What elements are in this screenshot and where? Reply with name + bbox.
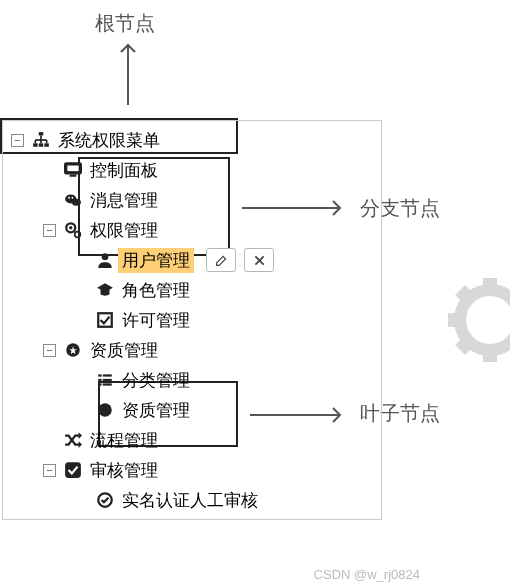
svg-rect-32 <box>98 379 101 381</box>
collapse-icon[interactable]: − <box>43 464 56 477</box>
tree-node-audit[interactable]: − 审核管理 <box>3 455 381 485</box>
svg-point-21 <box>69 226 72 229</box>
svg-rect-39 <box>65 462 81 478</box>
list-icon <box>94 371 116 389</box>
node-label: 角色管理 <box>118 278 194 303</box>
sitemap-icon <box>30 131 52 149</box>
annotation-root: 根节点 <box>95 10 155 37</box>
tree-node-control-panel[interactable]: 控制面板 <box>3 155 381 185</box>
node-label: 流程管理 <box>86 428 162 453</box>
tree-node-message[interactable]: 消息管理 <box>3 185 381 215</box>
svg-line-46 <box>460 290 469 299</box>
node-label: 控制面板 <box>86 158 162 183</box>
tree-view: − 系统权限菜单 控制面板 消息管理 − 权限管理 用户 <box>2 120 382 520</box>
check-filled-icon <box>62 461 84 479</box>
tree-node-permission[interactable]: − 权限管理 <box>3 215 381 245</box>
node-label: 资质管理 <box>86 338 162 363</box>
svg-rect-3 <box>39 132 44 135</box>
svg-rect-14 <box>67 166 78 172</box>
collapse-icon[interactable]: − <box>43 344 56 357</box>
svg-rect-34 <box>98 383 101 385</box>
watermark-gear-icon <box>400 260 510 460</box>
svg-rect-15 <box>70 175 77 177</box>
node-label: 消息管理 <box>86 188 162 213</box>
tree-node-qualification-item[interactable]: 资质管理 <box>3 395 381 425</box>
svg-point-23 <box>102 253 109 260</box>
tree-node-license[interactable]: 许可管理 <box>3 305 381 335</box>
gears-icon <box>62 221 84 239</box>
check-square-icon <box>94 311 116 329</box>
tree-node-user[interactable]: 用户管理 <box>3 245 381 275</box>
wechat-icon <box>62 191 84 209</box>
svg-rect-6 <box>44 143 49 146</box>
svg-point-19 <box>72 197 74 199</box>
node-label: 许可管理 <box>118 308 194 333</box>
svg-point-17 <box>72 199 81 206</box>
graduation-cap-icon <box>94 281 116 299</box>
node-label: 系统权限菜单 <box>54 128 164 153</box>
arrow-up-icon <box>118 40 138 110</box>
svg-marker-37 <box>79 432 82 439</box>
credit-text: CSDN @w_rj0824 <box>314 567 420 582</box>
node-label: 权限管理 <box>86 218 162 243</box>
collapse-icon[interactable]: − <box>11 134 24 147</box>
svg-point-22 <box>75 232 81 238</box>
tree-node-realname[interactable]: 实名认证人工审核 <box>3 485 381 515</box>
svg-point-18 <box>68 197 70 199</box>
node-label: 审核管理 <box>86 458 162 483</box>
node-label: 资质管理 <box>118 398 194 423</box>
svg-rect-5 <box>39 143 44 146</box>
svg-marker-38 <box>79 441 82 448</box>
edit-button[interactable] <box>206 248 236 272</box>
node-label: 实名认证人工审核 <box>118 488 262 513</box>
node-label-selected: 用户管理 <box>118 248 194 273</box>
tree-node-qualification[interactable]: − 资质管理 <box>3 335 381 365</box>
user-icon <box>94 251 116 269</box>
check-circle-icon <box>94 491 116 509</box>
tree-node-category[interactable]: 分类管理 <box>3 365 381 395</box>
svg-line-48 <box>460 341 469 350</box>
random-icon <box>62 431 84 449</box>
svg-rect-4 <box>33 143 38 146</box>
svg-rect-35 <box>103 383 112 385</box>
svg-rect-33 <box>103 379 112 381</box>
collapse-icon[interactable]: − <box>43 224 56 237</box>
delete-button[interactable] <box>244 248 274 272</box>
svg-rect-30 <box>98 374 101 376</box>
desktop-icon <box>62 161 84 179</box>
tree-node-root[interactable]: − 系统权限菜单 <box>3 125 381 155</box>
svg-rect-27 <box>98 313 112 327</box>
node-label: 分类管理 <box>118 368 194 393</box>
certificate-icon <box>94 401 116 419</box>
svg-point-36 <box>98 403 112 417</box>
tree-node-process[interactable]: 流程管理 <box>3 425 381 455</box>
tree-node-role[interactable]: 角色管理 <box>3 275 381 305</box>
certificate-icon <box>62 341 84 359</box>
svg-rect-31 <box>103 374 112 376</box>
